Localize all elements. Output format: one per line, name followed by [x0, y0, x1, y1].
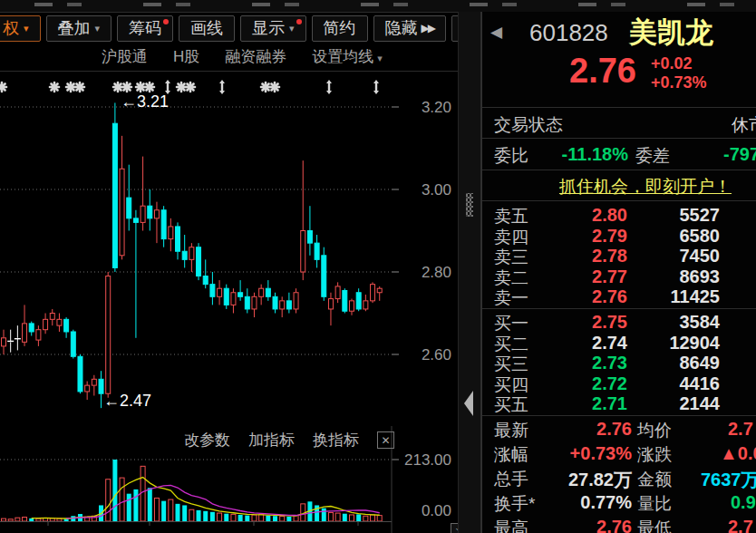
event-marker-arrow-icon[interactable] — [219, 80, 225, 94]
open-account-ad-link[interactable]: 抓住机会，即刻开户！ — [482, 175, 756, 199]
event-marker-arrow-icon[interactable] — [373, 80, 379, 94]
trade-status-label: 交易状态 — [494, 113, 563, 137]
stats-row-4: 最高2.76最低2.7 — [482, 517, 756, 533]
divider-line — [482, 415, 756, 416]
event-marker-flower-icon[interactable] — [145, 82, 154, 92]
level-price[interactable]: 2.75 — [553, 312, 627, 333]
candlestick-series — [2, 102, 383, 408]
weicha-label: 委差 — [635, 144, 670, 168]
level-price[interactable]: 2.71 — [553, 393, 627, 414]
level-price[interactable]: 2.76 — [553, 286, 627, 307]
close-indicator-icon[interactable]: ✕ — [377, 431, 394, 449]
toolbar-button-画线[interactable]: 画线 — [179, 15, 235, 42]
level-price[interactable]: 2.72 — [553, 373, 627, 394]
trading-app-window: 权▾叠加▾筹码画线显示▾简约隐藏▶▶ 沪股通H股融资融券设置均线▾ ←3.21 … — [0, 0, 756, 533]
stat-label: 涨跌 — [637, 443, 672, 467]
stat-label: 最低 — [637, 517, 672, 533]
divider-line — [482, 200, 756, 201]
price-change: +0.02 +0.73% — [651, 54, 707, 92]
low-annotation: ←2.47 — [103, 392, 151, 411]
stat-label: 金额 — [637, 468, 672, 491]
toolbar-button-显示[interactable]: 显示▾ — [240, 15, 306, 42]
stat-label: 总手 — [494, 468, 528, 491]
bid-row-5: 买五2.712144 — [482, 393, 756, 413]
level-volume: 3584 — [636, 312, 720, 333]
stat-value: +0.73% — [532, 443, 632, 464]
stat-label: 最新 — [494, 419, 528, 442]
stat-label: 最高 — [494, 517, 528, 533]
level-volume: 7450 — [636, 246, 720, 266]
event-marker-flower-icon[interactable] — [177, 82, 186, 92]
toolbar-button-隐藏[interactable]: 隐藏▶▶ — [373, 15, 446, 42]
event-marker-flower-icon[interactable] — [75, 82, 84, 92]
event-marker-flower-icon[interactable] — [50, 82, 59, 92]
divider-line — [482, 138, 756, 139]
stat-value: ▲0.0 — [720, 443, 756, 464]
level-price[interactable]: 2.78 — [553, 246, 627, 266]
toolbar-button-label: 简约 — [324, 17, 356, 39]
stats-row-1: 涨幅+0.73%涨跌▲0.0 — [482, 443, 756, 467]
chevron-down-icon: ▾ — [95, 23, 101, 34]
event-marker-flower-icon[interactable] — [122, 82, 131, 92]
last-price: 2.76 — [528, 52, 636, 91]
ask-row-2: 卖二2.778693 — [482, 266, 756, 286]
bid-row-1: 买一2.753584 — [482, 312, 756, 332]
level-volume: 12904 — [636, 333, 720, 354]
chart-sub-toolbar: 沪股通H股融资融券设置均线▾ — [0, 43, 459, 72]
chevron-down-icon: ▾ — [24, 23, 29, 34]
panel-divider[interactable] — [458, 12, 481, 533]
subbar-item-0[interactable]: 沪股通 — [102, 46, 148, 67]
toolbar-button-label: 画线 — [190, 17, 223, 39]
weibi-row: 委比 -11.18% 委差 -797 — [482, 144, 756, 168]
level-label: 买五 — [494, 393, 528, 417]
divider-line — [482, 107, 756, 108]
candlestick-chart[interactable] — [0, 72, 459, 426]
event-marker-flower-icon[interactable] — [136, 82, 145, 92]
level-price[interactable]: 2.80 — [553, 205, 627, 226]
level-price[interactable]: 2.73 — [553, 353, 627, 373]
event-marker-flower-icon[interactable] — [270, 82, 279, 92]
level-volume: 4416 — [636, 373, 720, 394]
toolbar-button-权[interactable]: 权▾ — [0, 15, 41, 42]
event-marker-flower-icon[interactable] — [0, 82, 6, 92]
stat-label: 换手* — [494, 492, 535, 516]
level-price[interactable]: 2.77 — [553, 266, 627, 287]
ask-row-4: 卖四2.796580 — [482, 226, 756, 246]
event-marker-flower-icon[interactable] — [66, 82, 75, 92]
ask-row-5: 卖五2.805527 — [482, 205, 756, 225]
clipped-menubar — [0, 0, 756, 13]
subbar-item-3[interactable]: 设置均线▾ — [312, 46, 383, 67]
event-marker-flower-icon[interactable] — [186, 82, 195, 92]
toolbar-button-叠加[interactable]: 叠加▾ — [46, 15, 112, 42]
price-axis-label: 3.00 — [395, 181, 451, 199]
price-axis-label: 2.60 — [395, 346, 451, 364]
collapse-arrow-icon[interactable] — [464, 391, 473, 416]
back-arrow-icon[interactable]: ◀ — [490, 23, 502, 42]
chevron-down-icon: ▾ — [377, 53, 383, 63]
level-volume: 5527 — [636, 205, 720, 226]
weibi-value: -11.18% — [532, 144, 628, 165]
toolbar-button-筹码[interactable]: 筹码 — [117, 15, 173, 42]
event-marker-flower-icon[interactable] — [113, 82, 122, 92]
notification-dot-icon — [163, 19, 169, 24]
divider-grip-icon[interactable] — [466, 193, 473, 217]
price-axis-label: 2.80 — [395, 264, 451, 282]
level-price[interactable]: 2.74 — [553, 333, 627, 354]
indicator-item-0[interactable]: 改参数 — [184, 430, 230, 451]
weibi-label: 委比 — [494, 144, 528, 168]
level-volume: 6580 — [636, 226, 720, 247]
level-price[interactable]: 2.79 — [553, 226, 627, 247]
subbar-item-1[interactable]: H股 — [173, 46, 199, 67]
subbar-item-2[interactable]: 融资融券 — [225, 46, 286, 67]
toolbar-button-简约[interactable]: 简约 — [312, 15, 368, 42]
weicha-value: -797 — [723, 144, 756, 165]
double-chevron-icon: ▶▶ — [422, 22, 434, 34]
event-marker-row[interactable] — [0, 80, 379, 94]
indicator-item-2[interactable]: 换指标 — [313, 430, 359, 451]
event-marker-flower-icon[interactable] — [261, 82, 270, 92]
indicator-item-1[interactable]: 加指标 — [248, 430, 295, 451]
stat-value: 27.82万 — [532, 468, 632, 492]
level-volume: 8693 — [636, 266, 720, 287]
event-marker-arrow-icon[interactable] — [326, 80, 332, 94]
change-amount: +0.02 — [651, 54, 707, 73]
